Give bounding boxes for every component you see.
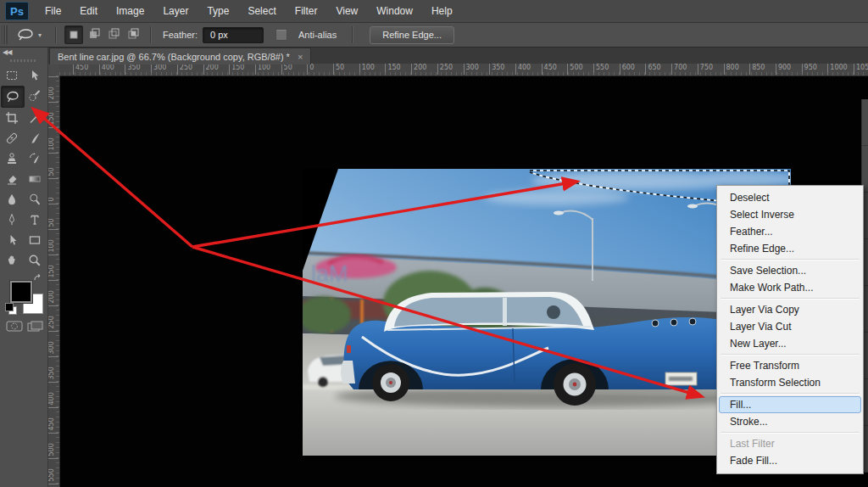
h-ruler-label: 100 <box>255 64 270 75</box>
rectangle-icon <box>28 233 42 247</box>
document-tab[interactable]: Bent line car.jpg @ 66.7% (Background co… <box>49 48 311 64</box>
dodge-tool[interactable] <box>24 189 46 210</box>
menu-filter[interactable]: Filter <box>286 0 327 22</box>
dodge-icon <box>28 193 42 206</box>
h-ruler-label: 150 <box>385 64 400 75</box>
healing-brush-tool[interactable] <box>1 128 23 148</box>
pen-icon <box>5 213 19 227</box>
menu-select[interactable]: Select <box>238 0 285 22</box>
default-colors-button[interactable] <box>5 303 17 315</box>
h-ruler-label: 150 <box>229 64 244 75</box>
new-selection-button[interactable] <box>64 25 83 44</box>
quick-selection-tool[interactable] <box>24 86 46 106</box>
intersect-selection-button[interactable] <box>125 25 142 42</box>
h-ruler-label: 350 <box>489 64 504 75</box>
clone-stamp-icon <box>5 152 19 165</box>
eraser-tool[interactable] <box>1 169 23 189</box>
h-ruler-label: 850 <box>749 64 765 75</box>
menu-item-save-selection[interactable]: Save Selection... <box>719 262 861 279</box>
gradient-tool[interactable] <box>24 169 46 189</box>
options-bar-grip[interactable] <box>2 25 8 44</box>
chevron-down-icon: ▾ <box>38 31 42 39</box>
v-ruler-label: 550 <box>47 458 58 483</box>
antialias-checkbox[interactable] <box>275 29 287 41</box>
hand-tool[interactable] <box>1 250 23 271</box>
menu-item-free-transform[interactable]: Free Transform <box>719 357 861 374</box>
feather-input[interactable]: 0 px <box>203 27 264 43</box>
add-to-selection-button[interactable] <box>86 25 103 42</box>
h-ruler-label: 550 <box>593 64 609 75</box>
rectangle-tool[interactable] <box>24 230 46 250</box>
panel-grip[interactable] <box>10 59 37 62</box>
collapse-panel-button[interactable]: ◀◀ <box>3 48 11 56</box>
pen-tool[interactable] <box>1 210 23 230</box>
v-ruler-label: 100 <box>47 229 58 254</box>
refine-edge-button[interactable]: Refine Edge... <box>370 26 454 44</box>
selection-mode-buttons <box>64 25 142 44</box>
menu-layer[interactable]: Layer <box>153 0 198 22</box>
context-menu: DeselectSelect InverseFeather...Refine E… <box>716 185 864 474</box>
menu-type[interactable]: Type <box>198 0 238 22</box>
h-ruler-label: 50 <box>281 64 292 75</box>
menu-bar: Ps FileEditImageLayerTypeSelectFilterVie… <box>0 0 868 23</box>
lasso-tool[interactable] <box>1 86 25 108</box>
horizontal-ruler[interactable]: 4504003503002502001501005005010015020025… <box>59 64 868 76</box>
menu-item-deselect[interactable]: Deselect <box>719 189 861 206</box>
divider <box>150 26 151 43</box>
blur-tool[interactable] <box>1 189 23 210</box>
path-selection-tool[interactable] <box>1 230 23 250</box>
rectangular-marquee-tool[interactable] <box>1 65 23 86</box>
menu-item-new-layer[interactable]: New Layer... <box>719 335 861 352</box>
zoom-tool[interactable] <box>24 250 46 271</box>
menu-window[interactable]: Window <box>367 0 422 22</box>
menu-item-fade-fill[interactable]: Fade Fill... <box>719 452 861 469</box>
h-ruler-label: 900 <box>776 64 791 75</box>
tool-preset-dropdown[interactable]: ▾ <box>16 28 42 42</box>
menu-item-stroke[interactable]: Stroke... <box>719 413 861 430</box>
ruler-corner[interactable] <box>47 64 60 76</box>
menu-edit[interactable]: Edit <box>70 0 107 22</box>
screen-mode-button[interactable] <box>25 320 44 333</box>
menu-file[interactable]: File <box>36 0 70 22</box>
type-tool[interactable] <box>24 210 46 230</box>
menu-item-select-inverse[interactable]: Select Inverse <box>719 206 861 223</box>
rectangular-marquee-icon <box>5 69 19 82</box>
menu-item-transform-selection[interactable]: Transform Selection <box>719 374 861 391</box>
menu-item-layer-via-cut[interactable]: Layer Via Cut <box>719 318 861 335</box>
gradient-icon <box>28 172 42 186</box>
v-ruler-label: 450 <box>47 407 58 432</box>
menu-item-make-work-path[interactable]: Make Work Path... <box>719 279 861 296</box>
h-ruler-label: 750 <box>698 64 713 75</box>
menu-item-refine-edge[interactable]: Refine Edge... <box>719 240 861 257</box>
hand-icon <box>5 254 19 267</box>
menu-help[interactable]: Help <box>422 0 462 22</box>
menu-item-last-filter: Last Filter <box>719 435 861 452</box>
swap-colors-icon[interactable] <box>33 274 43 284</box>
v-ruler-label: 0 <box>47 178 58 203</box>
menubar-items: FileEditImageLayerTypeSelectFilterViewWi… <box>36 0 462 22</box>
menu-view[interactable]: View <box>326 0 367 22</box>
subtract-from-selection-button[interactable] <box>105 25 122 42</box>
menu-item-fill[interactable]: Fill... <box>719 396 861 413</box>
eyedropper-tool[interactable] <box>24 108 46 128</box>
h-ruler-label: 950 <box>802 64 817 75</box>
menu-image[interactable]: Image <box>107 0 153 22</box>
move-tool[interactable] <box>24 65 46 86</box>
crop-tool[interactable] <box>1 108 23 128</box>
menu-item-layer-via-copy[interactable]: Layer Via Copy <box>719 301 861 318</box>
close-tab-icon[interactable]: × <box>298 52 303 62</box>
brush-tool[interactable] <box>24 128 46 148</box>
menu-item-feather[interactable]: Feather... <box>719 223 861 240</box>
v-ruler-label: 100 <box>47 127 58 152</box>
v-ruler-label: 600 <box>47 484 58 487</box>
divider <box>352 26 353 43</box>
vertical-ruler[interactable]: 2001501005005010015020025030035040045050… <box>47 76 60 487</box>
history-brush-tool[interactable] <box>24 148 46 169</box>
menu-separator <box>721 354 860 355</box>
clone-stamp-tool[interactable] <box>1 148 23 169</box>
v-ruler-label: 350 <box>47 356 58 381</box>
foreground-color-chip[interactable] <box>10 281 32 303</box>
history-brush-icon <box>28 152 42 165</box>
h-ruler-label: 250 <box>177 64 192 75</box>
quick-mask-button[interactable] <box>5 320 24 333</box>
